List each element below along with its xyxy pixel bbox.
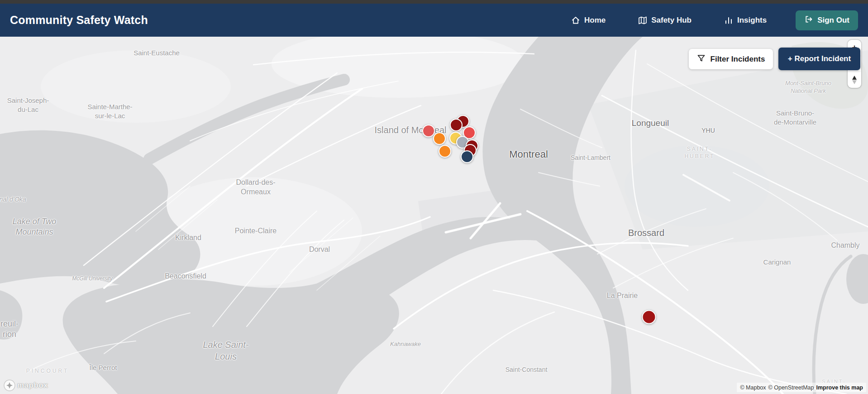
compass-button[interactable] — [848, 72, 861, 88]
nav-item-label: Home — [584, 16, 606, 25]
incident-marker[interactable] — [433, 132, 446, 145]
nav-item-home[interactable]: Home — [568, 15, 608, 25]
map-base-art — [0, 37, 868, 394]
mapbox-wordmark: mapbox — [17, 381, 48, 390]
nav-item-label: Safety Hub — [651, 16, 692, 25]
home-icon — [571, 16, 580, 25]
incident-marker[interactable] — [439, 145, 451, 158]
map-icon — [638, 16, 647, 25]
main-nav: HomeSafety HubInsights — [568, 15, 769, 25]
sign-out-button[interactable]: Sign Out — [796, 10, 858, 30]
compass-needle-north-icon — [852, 76, 857, 80]
nav-item-safety-hub[interactable]: Safety Hub — [635, 15, 694, 25]
filter-incidents-button[interactable]: Filter Incidents — [689, 49, 773, 69]
incident-marker[interactable] — [422, 125, 435, 137]
compass-needle-south-icon — [852, 80, 857, 84]
funnel-icon — [697, 54, 706, 65]
map-attribution: © Mapbox © OpenStreetMap Improve this ma… — [737, 383, 866, 392]
nav-item-label: Insights — [737, 16, 767, 25]
window-top-strip — [0, 0, 868, 4]
filter-incidents-label: Filter Incidents — [711, 55, 765, 64]
app-header: Community Safety Watch HomeSafety HubIns… — [0, 4, 868, 37]
improve-this-map-link[interactable]: Improve this map — [816, 384, 863, 391]
report-incident-button[interactable]: + Report Incident — [778, 48, 860, 70]
report-incident-label: + Report Incident — [788, 54, 851, 63]
bar-chart-icon — [724, 16, 733, 25]
incident-marker[interactable] — [450, 119, 463, 131]
nav-item-insights[interactable]: Insights — [721, 15, 769, 25]
mapbox-logo[interactable]: mapbox — [4, 380, 48, 391]
map-canvas[interactable]: Saint-EustacheSaint-Joseph- du-LacSainte… — [0, 37, 868, 394]
incident-marker[interactable] — [642, 310, 656, 324]
app-title: Community Safety Watch — [10, 14, 148, 27]
osm-attribution-link[interactable]: © OpenStreetMap — [768, 384, 814, 391]
mapbox-pinwheel-icon — [4, 380, 15, 391]
incident-marker[interactable] — [461, 150, 473, 163]
sign-out-label: Sign Out — [817, 16, 849, 25]
logout-icon — [804, 15, 813, 26]
mapbox-attribution-link[interactable]: © Mapbox — [740, 384, 766, 391]
